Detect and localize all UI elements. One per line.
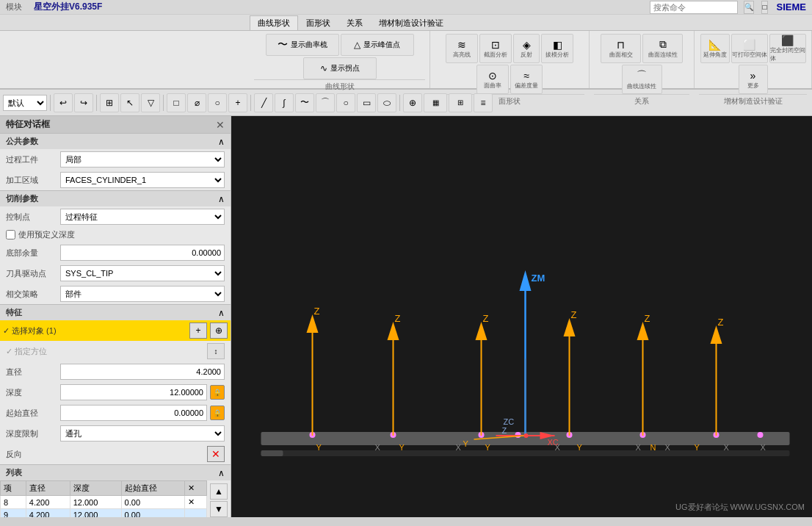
svg-text:Z: Z — [645, 313, 650, 324]
lasso-btn[interactable]: ⌀ — [187, 93, 206, 112]
intersection-select[interactable]: 部件 — [60, 286, 225, 302]
arc-btn[interactable]: ⌒ — [316, 93, 335, 112]
stock-allowance-input[interactable] — [60, 245, 225, 261]
viewport: Z Z Z ZM ZC Z XC Y — [231, 116, 812, 517]
ir2-more1[interactable]: ▦ — [424, 93, 447, 112]
printable-space-btn[interactable]: ⬜ 可打印空间体 — [731, 34, 768, 63]
feature-collapse[interactable]: ∧ — [218, 308, 225, 318]
use-predefined-checkbox[interactable] — [6, 230, 15, 239]
direction-btn[interactable]: ↕ — [207, 343, 225, 359]
highlight-btn[interactable]: ≋ 高亮线 — [446, 34, 478, 63]
diameter-input[interactable] — [60, 364, 225, 380]
depth-limit-label: 深度限制 — [6, 428, 57, 439]
reverse-icon-btn[interactable]: ✕ — [207, 446, 225, 462]
more-btn[interactable]: » 更多 — [739, 65, 768, 94]
specify-direction-row: ✓ 指定方位 ↕ — [0, 341, 231, 361]
surface-continuity-btn[interactable]: ⧉ 曲面连续性 — [642, 34, 683, 63]
svg-text:Z: Z — [502, 426, 507, 435]
search-input[interactable] — [650, 1, 738, 14]
common-params-collapse[interactable]: ∧ — [218, 137, 225, 147]
ir2-divider2 — [96, 95, 97, 111]
row-startd-9: 0.00 — [121, 509, 185, 518]
curve-btn[interactable]: ∫ — [275, 93, 294, 112]
surface-intersect-btn[interactable]: ⊓ 曲面相交 — [601, 34, 641, 63]
row-del-9[interactable] — [185, 509, 207, 518]
add-object-btn[interactable]: + — [189, 323, 207, 339]
fully-closed-btn[interactable]: ⬛ 完全封闭空间体 — [769, 34, 806, 63]
machining-area-row: 加工区域 FACES_CYLINDER_1 — [0, 170, 231, 190]
show-inflection-btn[interactable]: ∿ 显示拐点 — [303, 57, 377, 79]
svg-text:Z: Z — [314, 306, 320, 317]
tab-curve-shape[interactable]: 曲线形状 — [250, 15, 298, 30]
box-select-btn[interactable]: □ — [167, 93, 186, 112]
depth-row: 深度 🔒 — [0, 382, 231, 403]
spline-btn[interactable]: 〜 — [295, 93, 314, 112]
reflection-btn[interactable]: ◈ 反射 — [513, 34, 540, 63]
tab-relation[interactable]: 关系 — [338, 15, 371, 30]
curve-continuity-btn[interactable]: ⌒ 曲线连续性 — [622, 65, 662, 94]
tab-face-shape[interactable]: 面形状 — [298, 15, 338, 30]
depth-lock-icon[interactable]: 🔒 — [210, 385, 225, 400]
panel-title: 特征对话框 — [6, 118, 50, 131]
full-circle-btn[interactable]: ○ — [336, 93, 355, 112]
view-select[interactable]: 默认 — [3, 95, 47, 111]
process-tool-select[interactable]: 局部 — [60, 151, 225, 167]
circle-btn[interactable]: ○ — [208, 93, 227, 112]
depth-limit-select[interactable]: 通孔 — [60, 425, 225, 442]
depth-limit-row: 深度限制 通孔 — [0, 423, 231, 444]
row-dia-8: 4.200 — [26, 496, 70, 509]
col-depth: 深度 — [70, 481, 121, 496]
redo-btn[interactable]: ↪ — [74, 93, 93, 112]
undo-btn[interactable]: ↩ — [54, 93, 73, 112]
line-btn[interactable]: ╱ — [254, 93, 273, 112]
ellipse-btn[interactable]: ⬭ — [377, 93, 396, 112]
machining-area-label: 加工区域 — [6, 175, 57, 186]
select-btn[interactable]: ↖ — [120, 93, 139, 112]
target-btn[interactable]: ⊕ — [210, 323, 228, 339]
start-diameter-lock-icon[interactable]: 🔒 — [210, 406, 225, 420]
show-peak-btn[interactable]: △ 显示峰值点 — [341, 34, 414, 56]
face-curvature-btn[interactable]: ⊙ 面曲率 — [476, 65, 509, 94]
start-diameter-input[interactable] — [60, 405, 207, 421]
machining-area-select[interactable]: FACES_CYLINDER_1 — [60, 172, 225, 188]
deviation-btn[interactable]: ≈ 偏差度量 — [510, 65, 543, 94]
search-button[interactable]: 🔍 — [744, 1, 754, 14]
show-curvature-btn[interactable]: 〜 显示曲率梳 — [266, 34, 339, 56]
cut-params-title: 切削参数 — [6, 193, 38, 204]
svg-point-9 — [758, 432, 764, 438]
table-row[interactable]: 8 4.200 12.000 0.00 ✕ — [1, 496, 207, 509]
extend-angle-btn[interactable]: 📐 延伸角度 — [700, 34, 730, 63]
svg-text:Y: Y — [463, 439, 469, 448]
reverse-row: 反向 ✕ — [0, 444, 231, 464]
list-move-up-btn[interactable]: ▲ — [210, 483, 228, 500]
snap-point-btn[interactable]: ⊕ — [403, 93, 422, 112]
ir2-divider3 — [163, 95, 164, 111]
ir2-more3[interactable]: ≡ — [474, 93, 493, 112]
use-predefined-label: 使用预定义深度 — [18, 229, 75, 240]
table-row[interactable]: 9 4.200 12.000 0.00 — [1, 509, 207, 518]
draft-analysis-btn[interactable]: ◧ 拔模分析 — [541, 34, 573, 63]
cut-params-collapse[interactable]: ∧ — [218, 194, 225, 204]
svg-rect-53 — [261, 450, 283, 456]
maximize-button[interactable]: □ — [761, 1, 767, 14]
control-point-select[interactable]: 过程特征 — [60, 209, 225, 225]
tool-drive-select[interactable]: SYS_CL_TIP — [60, 265, 225, 281]
ir2-more2[interactable]: ⊞ — [449, 93, 472, 112]
list-title: 列表 — [6, 467, 22, 478]
depth-input[interactable] — [60, 384, 207, 400]
list-collapse[interactable]: ∧ — [218, 468, 225, 478]
rect-btn[interactable]: ▭ — [357, 93, 376, 112]
list-move-down-btn[interactable]: ▼ — [210, 501, 228, 517]
intersection-row: 相交策略 部件 — [0, 284, 231, 304]
row-del-8[interactable]: ✕ — [185, 496, 207, 509]
list-table: 项 直径 深度 起始直径 ✕ 8 4.200 12.000 — [0, 480, 207, 517]
snap-btn[interactable]: ⊞ — [100, 93, 119, 112]
plus-btn[interactable]: + — [228, 93, 247, 112]
section-analysis-btn[interactable]: ⊡ 截面分析 — [479, 34, 512, 63]
svg-text:ZC: ZC — [504, 417, 515, 426]
list-controls: ▲ ▼ ↑ ↓ — [207, 480, 231, 517]
tab-additive[interactable]: 增材制造设计验证 — [371, 15, 452, 30]
svg-text:Z: Z — [718, 317, 724, 328]
select-filter-btn[interactable]: ▽ — [141, 93, 160, 112]
panel-close-btn[interactable]: ✕ — [216, 119, 225, 131]
